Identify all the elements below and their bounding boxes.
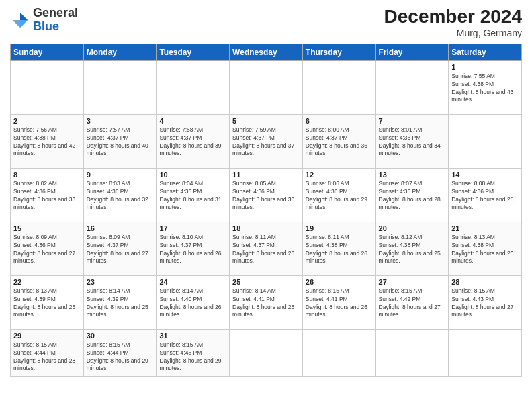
sunrise: Sunrise: 8:15 AM bbox=[13, 341, 57, 348]
sunrise: Sunrise: 7:59 AM bbox=[232, 126, 276, 133]
sunrise: Sunrise: 8:04 AM bbox=[159, 180, 203, 187]
logo-text: General Blue bbox=[33, 7, 78, 34]
sunrise: Sunrise: 8:05 AM bbox=[232, 180, 276, 187]
sunrise: Sunrise: 8:13 AM bbox=[13, 287, 57, 294]
day-info: Sunrise: 7:57 AMSunset: 4:37 PMDaylight:… bbox=[87, 126, 154, 158]
calendar-cell bbox=[157, 60, 230, 114]
col-monday: Monday bbox=[83, 44, 157, 60]
daylight: Daylight: 8 hours and 25 minutes. bbox=[13, 304, 75, 318]
calendar-cell: 10Sunrise: 8:04 AMSunset: 4:36 PMDayligh… bbox=[157, 168, 230, 222]
calendar-cell: 8Sunrise: 8:02 AMSunset: 4:36 PMDaylight… bbox=[11, 168, 84, 222]
day-number: 19 bbox=[306, 224, 373, 232]
day-number: 20 bbox=[379, 224, 446, 232]
sunset: Sunset: 4:45 PM bbox=[159, 349, 202, 356]
day-info: Sunrise: 8:13 AMSunset: 4:39 PMDaylight:… bbox=[13, 287, 81, 320]
calendar-cell bbox=[302, 329, 375, 376]
sunrise: Sunrise: 7:55 AM bbox=[451, 73, 495, 79]
day-number: 7 bbox=[379, 117, 446, 125]
col-tuesday: Tuesday bbox=[157, 44, 230, 60]
day-info: Sunrise: 8:15 AMSunset: 4:44 PMDaylight:… bbox=[87, 341, 154, 373]
sunrise: Sunrise: 8:03 AM bbox=[87, 180, 130, 187]
day-number: 11 bbox=[232, 171, 300, 179]
sunset: Sunset: 4:38 PM bbox=[379, 242, 421, 248]
col-sunday: Sunday bbox=[11, 44, 84, 60]
sunrise: Sunrise: 8:13 AM bbox=[451, 234, 495, 240]
calendar-cell: 11Sunrise: 8:05 AMSunset: 4:36 PMDayligh… bbox=[230, 168, 303, 222]
day-info: Sunrise: 8:02 AMSunset: 4:36 PMDaylight:… bbox=[13, 180, 81, 212]
day-number: 6 bbox=[306, 117, 373, 125]
daylight: Daylight: 8 hours and 26 minutes. bbox=[306, 304, 367, 318]
day-info: Sunrise: 8:07 AMSunset: 4:36 PMDaylight:… bbox=[379, 180, 446, 212]
sunrise: Sunrise: 7:58 AM bbox=[159, 126, 203, 133]
daylight: Daylight: 8 hours and 27 minutes. bbox=[451, 304, 513, 318]
daylight: Daylight: 8 hours and 25 minutes. bbox=[379, 250, 441, 265]
daylight: Daylight: 8 hours and 26 minutes. bbox=[159, 250, 221, 265]
sunset: Sunset: 4:39 PM bbox=[87, 295, 129, 302]
daylight: Daylight: 8 hours and 40 minutes. bbox=[87, 142, 148, 157]
sunrise: Sunrise: 8:00 AM bbox=[306, 126, 349, 133]
sunset: Sunset: 4:37 PM bbox=[159, 242, 202, 248]
col-friday: Friday bbox=[375, 44, 449, 60]
sunrise: Sunrise: 8:14 AM bbox=[87, 287, 130, 294]
sunrise: Sunrise: 8:11 AM bbox=[232, 234, 276, 240]
calendar-cell: 25Sunrise: 8:14 AMSunset: 4:41 PMDayligh… bbox=[230, 275, 303, 329]
col-thursday: Thursday bbox=[302, 44, 375, 60]
sunset: Sunset: 4:37 PM bbox=[232, 134, 275, 141]
day-number: 28 bbox=[451, 278, 519, 286]
sunset: Sunset: 4:37 PM bbox=[87, 134, 129, 141]
page: General Blue December 2024 Murg, Germany… bbox=[0, 0, 532, 411]
day-info: Sunrise: 8:04 AMSunset: 4:36 PMDaylight:… bbox=[159, 180, 226, 212]
calendar-cell: 5Sunrise: 7:59 AMSunset: 4:37 PMDaylight… bbox=[230, 114, 303, 168]
daylight: Daylight: 8 hours and 26 minutes. bbox=[232, 250, 294, 265]
sunrise: Sunrise: 8:01 AM bbox=[379, 126, 423, 133]
sunrise: Sunrise: 8:09 AM bbox=[87, 234, 130, 240]
calendar-cell bbox=[83, 60, 157, 114]
sunset: Sunset: 4:38 PM bbox=[451, 242, 494, 248]
day-number: 17 bbox=[159, 224, 226, 232]
calendar-cell: 6Sunrise: 8:00 AMSunset: 4:37 PMDaylight… bbox=[302, 114, 375, 168]
sunset: Sunset: 4:36 PM bbox=[87, 188, 129, 195]
sunrise: Sunrise: 8:14 AM bbox=[232, 287, 276, 294]
day-number: 5 bbox=[232, 117, 300, 125]
day-number: 16 bbox=[87, 224, 154, 232]
daylight: Daylight: 8 hours and 28 minutes. bbox=[451, 196, 513, 211]
calendar-cell bbox=[375, 329, 449, 376]
calendar-cell: 24Sunrise: 8:14 AMSunset: 4:40 PMDayligh… bbox=[157, 275, 230, 329]
daylight: Daylight: 8 hours and 28 minutes. bbox=[13, 357, 75, 372]
calendar-cell: 19Sunrise: 8:11 AMSunset: 4:38 PMDayligh… bbox=[302, 222, 375, 275]
logo-blue: Blue bbox=[33, 20, 78, 34]
sunrise: Sunrise: 8:10 AM bbox=[159, 234, 203, 240]
day-number: 1 bbox=[451, 63, 519, 71]
sunset: Sunset: 4:40 PM bbox=[159, 295, 202, 302]
day-number: 8 bbox=[13, 171, 81, 179]
day-info: Sunrise: 8:03 AMSunset: 4:36 PMDaylight:… bbox=[87, 180, 154, 212]
day-number: 10 bbox=[159, 171, 226, 179]
sunset: Sunset: 4:36 PM bbox=[232, 188, 275, 195]
daylight: Daylight: 8 hours and 26 minutes. bbox=[306, 250, 367, 265]
sunset: Sunset: 4:38 PM bbox=[451, 81, 494, 87]
day-info: Sunrise: 8:12 AMSunset: 4:38 PMDaylight:… bbox=[379, 234, 446, 266]
day-info: Sunrise: 8:01 AMSunset: 4:36 PMDaylight:… bbox=[379, 126, 446, 158]
sunset: Sunset: 4:37 PM bbox=[159, 134, 202, 141]
day-info: Sunrise: 8:13 AMSunset: 4:38 PMDaylight:… bbox=[451, 234, 519, 266]
day-number: 24 bbox=[159, 278, 226, 286]
day-number: 26 bbox=[306, 278, 373, 286]
day-info: Sunrise: 8:14 AMSunset: 4:40 PMDaylight:… bbox=[159, 287, 226, 320]
calendar-cell bbox=[449, 114, 522, 168]
calendar-cell bbox=[230, 60, 303, 114]
day-info: Sunrise: 8:05 AMSunset: 4:36 PMDaylight:… bbox=[232, 180, 300, 212]
day-info: Sunrise: 8:15 AMSunset: 4:42 PMDaylight:… bbox=[379, 287, 446, 320]
daylight: Daylight: 8 hours and 33 minutes. bbox=[13, 196, 75, 211]
sunrise: Sunrise: 8:07 AM bbox=[379, 180, 423, 187]
calendar-cell bbox=[375, 60, 449, 114]
day-info: Sunrise: 8:14 AMSunset: 4:41 PMDaylight:… bbox=[232, 287, 300, 320]
sunrise: Sunrise: 8:02 AM bbox=[13, 180, 57, 187]
sunset: Sunset: 4:44 PM bbox=[13, 349, 56, 356]
day-info: Sunrise: 8:15 AMSunset: 4:43 PMDaylight:… bbox=[451, 287, 519, 320]
sunrise: Sunrise: 7:56 AM bbox=[13, 126, 57, 133]
sunset: Sunset: 4:36 PM bbox=[159, 188, 202, 195]
sunrise: Sunrise: 8:11 AM bbox=[306, 234, 349, 240]
daylight: Daylight: 8 hours and 25 minutes. bbox=[87, 304, 148, 318]
day-number: 23 bbox=[87, 278, 154, 286]
calendar-cell: 13Sunrise: 8:07 AMSunset: 4:36 PMDayligh… bbox=[375, 168, 449, 222]
